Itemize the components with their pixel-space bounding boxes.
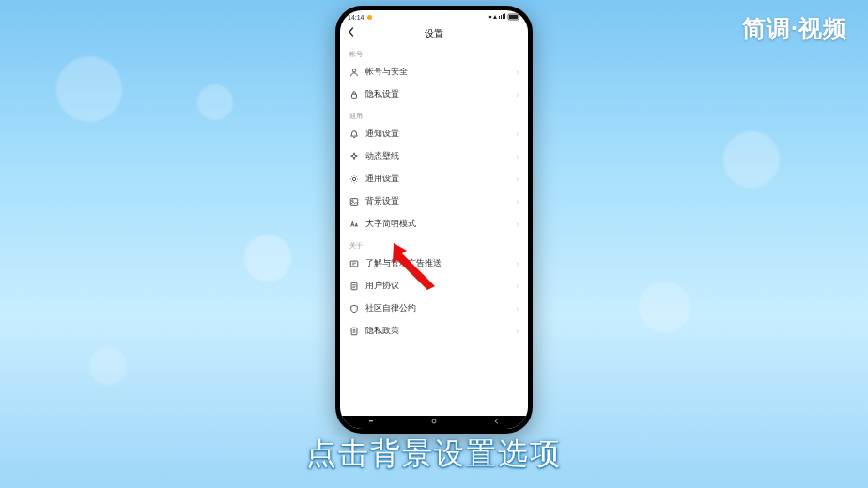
phone-frame: 14:14 设 [335,6,533,434]
chevron-right-icon: › [516,90,519,99]
svg-rect-17 [369,420,373,422]
svg-rect-1 [499,16,500,19]
chevron-right-icon: › [516,282,519,291]
page-header: 设置 [340,23,528,44]
section-title-about: 关于 [340,236,528,252]
svg-point-18 [432,419,436,423]
row-live-wallpaper[interactable]: 动态壁纸 › [340,145,528,168]
chevron-right-icon: › [516,259,519,268]
section-title-account: 帐号 [340,44,528,61]
chevron-right-icon: › [516,175,519,184]
bell-icon [349,130,359,139]
svg-point-8 [352,69,355,72]
ad-icon [349,259,359,268]
svg-rect-11 [350,199,358,206]
text-size-icon [349,220,359,229]
chevron-right-icon: › [516,130,519,139]
svg-rect-9 [352,94,357,98]
video-caption: 点击背景设置选项 [0,434,868,475]
phone-screen: 14:14 设 [340,10,528,429]
svg-rect-7 [519,16,519,18]
row-account-security[interactable]: 帐号与安全 › [340,61,528,84]
row-privacy[interactable]: 隐私设置 › [340,84,528,106]
chevron-right-icon: › [516,327,519,336]
row-label: 隐私政策 [365,326,399,337]
row-label: 隐私设置 [365,89,399,100]
nav-back-icon[interactable] [492,418,502,427]
row-ad-push[interactable]: 了解与管理广告推送 › [340,252,528,275]
row-label: 了解与管理广告推送 [365,258,442,269]
row-notification[interactable]: 通知设置 › [340,123,528,145]
section-title-general: 通用 [340,106,528,123]
lock-icon [349,90,359,99]
chevron-right-icon: › [516,304,519,313]
watermark-text: 简调·视频 [742,13,847,44]
row-general-settings[interactable]: 通用设置 › [340,168,528,191]
row-user-agreement[interactable]: 用户协议 › [340,275,528,297]
svg-rect-13 [350,261,358,267]
svg-rect-4 [504,14,505,20]
image-icon [349,197,359,206]
row-label: 通知设置 [365,129,399,140]
status-time: 14:14 [348,14,364,21]
svg-rect-3 [503,14,504,19]
row-label: 社区自律公约 [365,303,416,314]
status-bar: 14:14 [340,10,528,23]
row-label: 动态壁纸 [365,151,399,162]
sparkle-icon [349,152,359,161]
row-label: 大字简明模式 [365,219,416,230]
row-label: 用户协议 [365,281,399,292]
row-label: 帐号与安全 [365,67,408,78]
row-large-text-mode[interactable]: 大字简明模式 › [340,213,528,236]
svg-rect-2 [501,15,502,19]
row-label: 通用设置 [365,174,399,185]
document-icon [349,282,359,291]
gear-icon [349,175,359,184]
svg-rect-6 [509,15,518,19]
chevron-right-icon: › [516,152,519,161]
android-nav-bar [340,416,528,429]
status-dot-icon [367,15,372,20]
privacy-icon [349,327,359,336]
svg-point-16 [353,329,355,331]
svg-point-12 [352,200,354,202]
user-icon [349,68,359,77]
settings-list: 帐号 帐号与安全 › 隐私设置 › 通用 通知设置 [340,44,528,416]
chevron-right-icon: › [516,197,519,206]
row-privacy-policy[interactable]: 隐私政策 › [340,320,528,343]
page-title: 设置 [425,27,443,40]
shield-icon [349,304,359,313]
nav-home-icon[interactable] [429,418,439,427]
row-background-settings[interactable]: 背景设置 › [340,191,528,213]
status-icons [488,13,520,21]
back-button[interactable] [346,26,357,39]
svg-point-10 [352,177,355,180]
row-community-rules[interactable]: 社区自律公约 › [340,297,528,320]
chevron-right-icon: › [516,68,519,77]
row-label: 背景设置 [365,196,399,207]
nav-recent-icon[interactable] [366,418,376,427]
chevron-right-icon: › [516,220,519,229]
svg-point-0 [489,16,492,19]
